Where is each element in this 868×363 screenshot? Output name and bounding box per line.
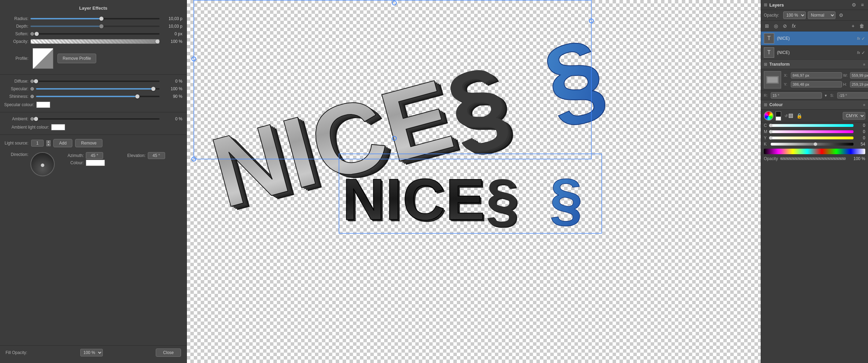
c-slider[interactable]: [771, 124, 853, 127]
m-value: 0: [856, 129, 865, 134]
opacity-slider[interactable]: [30, 39, 160, 44]
depth-slider[interactable]: [30, 26, 160, 27]
layers-collapse-icon[interactable]: ⊞: [764, 2, 767, 7]
layer-thumb-1: T: [764, 33, 774, 44]
layer-check-icon-2[interactable]: ✓: [861, 50, 865, 55]
soften-slider[interactable]: [37, 33, 160, 35]
transform-more-icon[interactable]: ≡: [863, 63, 865, 66]
w-input[interactable]: [850, 72, 868, 78]
shininess-indicator[interactable]: [30, 95, 34, 98]
layers-toolbar-icon-3[interactable]: ⊘: [781, 22, 789, 30]
svg-text:§: §: [533, 17, 616, 140]
delete-layer-icon[interactable]: 🗑: [858, 22, 866, 30]
x-input[interactable]: [791, 72, 842, 78]
layers-more-icon[interactable]: ≡: [860, 1, 865, 8]
ambient-value: 0 %: [162, 117, 182, 121]
layer-fx-icon-2[interactable]: fx: [857, 50, 860, 55]
svg-text:NICE: NICE: [342, 166, 486, 232]
layer-item-2[interactable]: T (NICE) fx ✓: [761, 46, 868, 60]
layers-settings-icon[interactable]: ⚙: [850, 1, 858, 8]
r-input[interactable]: [771, 92, 822, 99]
ambient-light-colour-label: Ambient light colour:: [4, 125, 49, 130]
spectrum-bar[interactable]: [764, 149, 865, 154]
depth-row: Depth: 10,03 p: [0, 22, 187, 30]
mini-swatch[interactable]: [789, 114, 793, 118]
light-source-input[interactable]: [31, 140, 44, 147]
k-label: K: [764, 142, 769, 147]
y-input[interactable]: [791, 81, 842, 87]
layers-toolbar-icon-1[interactable]: ⊞: [763, 22, 771, 30]
r-label: R:: [764, 93, 769, 97]
transform-collapse-icon[interactable]: ⊞: [764, 62, 767, 67]
layers-gear-icon[interactable]: ⚙: [838, 12, 845, 19]
lock-icon[interactable]: 🔒: [796, 113, 802, 119]
specular-slider[interactable]: [36, 88, 160, 90]
direction-row: Direction: Azimuth: 45 ° Elevation: 45 °…: [0, 151, 187, 178]
circular-arrow-icon[interactable]: ↺: [785, 114, 788, 118]
fx-button[interactable]: fx: [790, 22, 797, 30]
svg-text:§: §: [550, 166, 582, 232]
y-slider[interactable]: [771, 137, 853, 139]
layer-actions-2: fx ✓: [857, 50, 865, 55]
transform-rs-row: R: ▼ S: ▼: [761, 91, 868, 100]
colour-collapse-icon[interactable]: ⊞: [764, 102, 767, 107]
layer-effects-panel: Layer Effects Radius: 10,03 p Depth: 10,…: [0, 0, 187, 363]
colour-mode-select[interactable]: CMYK RGB HSL: [843, 112, 865, 120]
ambient-slider[interactable]: [36, 118, 160, 120]
h-input[interactable]: [850, 81, 868, 87]
soften-indicator[interactable]: [30, 32, 34, 36]
colour-wheel[interactable]: [764, 111, 774, 121]
radius-slider[interactable]: [30, 18, 160, 19]
specular-indicator[interactable]: [30, 87, 34, 91]
colour-more-icon[interactable]: ≡: [863, 103, 865, 107]
layer-item-1[interactable]: T (NICE) fx ✓: [761, 31, 868, 46]
add-layer-icon[interactable]: +: [850, 22, 856, 30]
direction-circle[interactable]: [30, 152, 55, 176]
diffuse-slider[interactable]: [36, 81, 160, 82]
ambient-light-colour-swatch[interactable]: [51, 124, 65, 130]
transform-r: R: ▼: [764, 92, 828, 99]
profile-label: Profile:: [4, 56, 28, 61]
panel-title: Layer Effects: [0, 3, 187, 15]
layer-check-icon-1[interactable]: ✓: [861, 36, 865, 41]
colour-opacity-slider[interactable]: [780, 157, 846, 160]
diffuse-indicator[interactable]: [30, 80, 34, 83]
elevation-row: Elevation: 45 °: [121, 152, 183, 159]
k-row: K 54: [761, 141, 868, 147]
c-row: C 0: [761, 122, 868, 129]
light-source-up-arrow[interactable]: ▲: [46, 140, 51, 143]
m-slider[interactable]: [771, 130, 853, 133]
k-slider[interactable]: [771, 143, 853, 146]
colour-opacity-row: Opacity 100 %: [761, 156, 868, 162]
nice-text-lower[interactable]: NICE§ NICE§ NICE§ NICE §: [342, 166, 582, 234]
radius-row: Radius: 10,03 p: [0, 15, 187, 22]
add-light-button[interactable]: Add: [53, 139, 72, 147]
diffuse-row: Diffuse: 0 %: [0, 77, 187, 85]
soften-label: Soften:: [4, 31, 28, 36]
elevation-value: 45 °: [148, 152, 165, 159]
colour-swatch[interactable]: [86, 160, 105, 166]
h-label: H:: [843, 82, 849, 86]
layers-toolbar: ⊞ ◎ ⊘ fx + 🗑: [761, 21, 868, 31]
remove-light-button[interactable]: Remove: [75, 139, 102, 147]
divider-3: [0, 134, 187, 135]
blend-mode-select[interactable]: Normal: [808, 11, 835, 19]
foreground-swatch[interactable]: [776, 111, 781, 117]
layers-toolbar-icon-2[interactable]: ◎: [772, 22, 780, 30]
ambient-indicator[interactable]: [30, 117, 34, 121]
layer-thumb-2: T: [764, 47, 774, 58]
elevation-label: Elevation:: [121, 153, 146, 158]
layers-opacity-select[interactable]: 100 %: [783, 11, 806, 19]
light-source-stepper[interactable]: ▲ ▼: [46, 140, 51, 146]
layer-fx-icon-1[interactable]: fx: [857, 36, 860, 40]
colour-row: Colour:: [60, 160, 121, 166]
fill-opacity-select[interactable]: 100 %: [80, 349, 103, 356]
close-button[interactable]: Close: [156, 348, 181, 357]
remove-profile-button[interactable]: Remove Profile: [57, 54, 96, 63]
m-row: M 0: [761, 129, 868, 135]
r-arrow[interactable]: ▼: [824, 94, 828, 97]
light-source-down-arrow[interactable]: ▼: [46, 143, 51, 146]
specular-colour-swatch[interactable]: [36, 102, 50, 108]
shininess-slider[interactable]: [36, 96, 160, 97]
s-input[interactable]: [837, 92, 868, 99]
